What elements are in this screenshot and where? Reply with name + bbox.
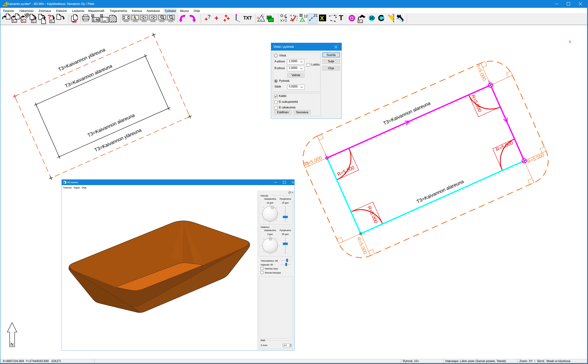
svg-text:Vaakakulma: Vaakakulma xyxy=(264,198,276,200)
svg-text:R=5.000: R=5.000 xyxy=(367,205,379,224)
svg-text:A: A xyxy=(257,16,259,20)
svg-text:T3=Kaivannon alareuna: T3=Kaivannon alareuna xyxy=(416,179,465,204)
svg-text:Seuraa katsojaa: Seuraa katsojaa xyxy=(265,272,281,274)
svg-text:R=5.000: R=5.000 xyxy=(526,152,545,164)
svg-text:?: ? xyxy=(207,14,211,20)
svg-text:XYZ: XYZ xyxy=(280,19,287,22)
svg-text:21: 21 xyxy=(314,13,318,17)
svg-text:3D: 3D xyxy=(369,16,375,20)
svg-text:Yleisvalaistus: 68: Yleisvalaistus: 68 xyxy=(261,260,278,262)
svg-text:12: 12 xyxy=(304,14,308,18)
svg-text:25 gon: 25 gon xyxy=(282,202,289,204)
svg-text:Katsoja: Katsoja xyxy=(261,195,268,197)
svg-text:T: T xyxy=(339,14,343,22)
svg-text:Vaakakulma: Vaakakulma xyxy=(264,229,276,232)
svg-text:α: α xyxy=(262,15,264,18)
svg-text:Pystykulma: Pystykulma xyxy=(280,229,291,232)
svg-text:R=5.000: R=5.000 xyxy=(336,165,355,177)
svg-text:X: X xyxy=(320,15,324,21)
svg-text:Pystykulma: Pystykulma xyxy=(280,198,291,200)
svg-text:R=5.000: R=5.000 xyxy=(495,140,514,152)
svg-text:× ×: × × xyxy=(290,14,295,17)
svg-text:55 gon: 55 gon xyxy=(282,233,289,235)
svg-text:TXT: TXT xyxy=(243,15,252,21)
svg-text:R=5.000: R=5.000 xyxy=(475,63,487,81)
svg-text:Harmaa sävy: Harmaa sävy xyxy=(265,267,278,270)
svg-text:m²: m² xyxy=(268,16,272,19)
svg-text:?: ? xyxy=(48,13,51,20)
svg-text:R=5.000: R=5.000 xyxy=(356,236,368,255)
svg-text:Hajavalo: 60: Hajavalo: 60 xyxy=(261,264,273,266)
svg-text:1:50: 1:50 xyxy=(93,18,100,22)
svg-text:Valaistus: Valaistus xyxy=(261,226,270,228)
svg-text:×: × xyxy=(290,19,292,22)
svg-text:B: B xyxy=(260,19,262,22)
svg-text:R=5.000: R=5.000 xyxy=(470,94,483,113)
svg-text:N: N xyxy=(10,342,13,347)
svg-text:23 gon: 23 gon xyxy=(267,202,273,204)
svg-text:3 gon: 3 gon xyxy=(267,233,273,235)
